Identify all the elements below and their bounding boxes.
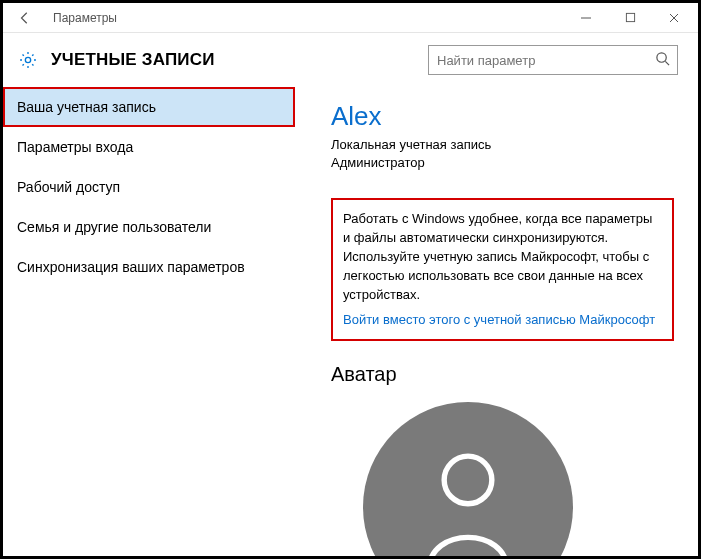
sign-in-microsoft-link[interactable]: Войти вместо этого с учетной записью Май… [343,311,655,330]
svg-rect-0 [626,13,634,21]
promo-text: Работать с Windows удобнее, когда все па… [343,210,662,304]
search-input[interactable] [428,45,678,75]
gear-icon [17,49,39,71]
page-title: УЧЕТНЫЕ ЗАПИСИ [51,50,215,70]
window-title: Параметры [53,11,117,25]
sidebar-item-family-users[interactable]: Семья и другие пользователи [3,207,295,247]
minimize-button[interactable] [564,3,608,33]
avatar-heading: Аватар [331,363,674,386]
ms-account-promo: Работать с Windows удобнее, когда все па… [331,198,674,341]
account-type: Локальная учетная запись [331,136,674,154]
sidebar-item-work-access[interactable]: Рабочий доступ [3,167,295,207]
person-icon [413,442,523,556]
account-name: Alex [331,101,674,132]
sidebar-item-your-account[interactable]: Ваша учетная запись [3,87,295,127]
avatar [363,402,573,556]
svg-point-2 [657,53,666,62]
maximize-button[interactable] [608,3,652,33]
sidebar-item-sync-settings[interactable]: Синхронизация ваших параметров [3,247,295,287]
sidebar: Ваша учетная запись Параметры входа Рабо… [3,87,295,556]
svg-point-1 [25,57,30,62]
svg-point-3 [444,457,492,505]
back-button[interactable] [15,11,35,25]
account-role: Администратор [331,154,674,172]
close-button[interactable] [652,3,696,33]
search-icon [655,51,670,69]
sidebar-item-signin-options[interactable]: Параметры входа [3,127,295,167]
